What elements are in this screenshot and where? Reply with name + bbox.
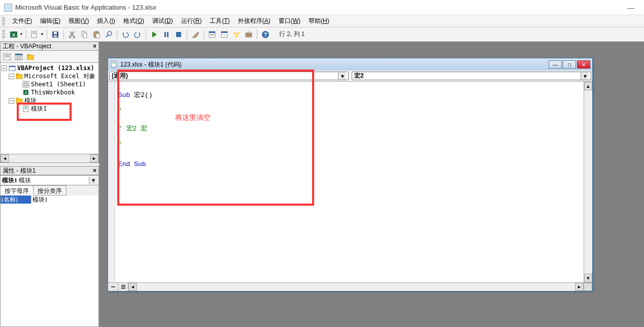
menu-file[interactable]: 文件(F) [8,16,36,26]
reset-button[interactable] [173,29,184,40]
tree-excel-objects[interactable]: − Microsoft Excel 对象 [2,72,97,80]
properties-object-combo[interactable]: 模块1 模块 ▾ [0,175,99,185]
scroll-track[interactable] [137,283,575,291]
dropdown-arrow-icon[interactable]: ▾ [338,72,346,80]
menu-addins[interactable]: 外接程序(A) [234,16,275,26]
maximize-button[interactable]: □ [563,60,576,69]
object-name: 模块1 [2,176,17,185]
menu-debug[interactable]: 调试(D) [148,16,177,26]
tree-modules-folder[interactable]: − 模块 [2,96,97,105]
code-vscrollbar[interactable]: ▲ ▼ [584,82,592,282]
view-object-button[interactable] [13,52,24,62]
property-value[interactable]: 模块1 [31,195,98,204]
code-window-titlebar[interactable]: 123.xlsx - 模块1 (代码) — □ ✕ [108,58,592,71]
tab-alphabetic[interactable]: 按字母序 [1,185,33,195]
close-icon[interactable]: × [93,43,96,50]
menu-format[interactable]: 格式(O) [119,16,148,26]
svg-rect-40 [17,56,21,59]
view-code-button[interactable] [2,52,13,62]
scroll-left-icon[interactable]: ◄ [1,154,9,162]
menu-edit[interactable]: 编辑(E) [36,16,64,26]
paste-button[interactable] [91,29,102,40]
scroll-up-icon[interactable]: ▲ [584,82,592,90]
run-button[interactable] [149,29,160,40]
insert-module-button[interactable] [29,29,40,40]
property-row-name[interactable]: (名称) 模块1 [1,195,98,204]
close-button[interactable]: ✕ [577,60,590,69]
tree-project-root[interactable]: − VBAProject (123.xlsx) [2,64,97,72]
save-button[interactable] [50,29,61,40]
tab-categorized[interactable]: 按分类序 [33,185,66,195]
toolbar-grip[interactable] [2,30,5,39]
help-button[interactable]: ? [260,29,271,40]
tree-label: 模块 [24,96,37,105]
svg-rect-37 [5,57,10,57]
copy-button[interactable] [79,29,90,40]
toolbox-button[interactable] [243,29,254,40]
properties-window-button[interactable] [219,29,230,40]
collapse-icon[interactable]: − [2,66,7,71]
code-margin[interactable] [108,82,115,282]
tree-label: Microsoft Excel 对象 [24,72,95,81]
break-button[interactable] [161,29,172,40]
scroll-track[interactable] [584,90,592,274]
redo-button[interactable] [132,29,143,40]
tree-label: VBAProject (123.xlsx) [17,64,94,72]
dropdown-arrow-icon[interactable]: ▾ [581,72,589,80]
svg-rect-25 [210,35,214,36]
scroll-right-icon[interactable]: ► [90,154,98,162]
collapse-icon[interactable]: − [9,74,14,79]
svg-rect-44 [9,66,15,67]
svg-rect-42 [27,54,30,56]
cut-button[interactable] [66,29,78,40]
find-button[interactable] [103,29,114,40]
menu-help[interactable]: 帮助(H) [304,16,333,26]
menu-window[interactable]: 窗口(W) [275,16,304,26]
properties-grid[interactable]: (名称) 模块1 [0,195,99,327]
scroll-left-icon[interactable]: ◄ [128,283,137,291]
close-icon[interactable]: × [93,167,96,174]
dropdown-arrow-icon[interactable]: ▾ [89,177,97,184]
minimize-button[interactable]: — [622,4,640,12]
procedure-view-button[interactable] [108,283,118,291]
svg-rect-13 [83,33,87,38]
tree-sheet1[interactable]: Sheet1 (Sheet1) [2,80,97,88]
project-tree[interactable]: − VBAProject (123.xlsx) − Microsoft Exce… [0,63,99,154]
svg-text:X: X [12,32,15,38]
object-dropdown[interactable]: (通用) ▾ [109,72,349,80]
scroll-right-icon[interactable]: ► [575,283,584,291]
dropdown-arrow-icon[interactable]: ▼ [40,32,44,37]
svg-rect-19 [164,32,166,37]
toolbar-grip[interactable] [2,17,5,25]
menu-view[interactable]: 视图(V) [64,16,93,26]
folder-icon [15,97,23,104]
toggle-folders-button[interactable] [25,52,36,62]
menu-tools[interactable]: 工具(T) [206,16,233,26]
svg-rect-30 [235,35,238,37]
menu-insert[interactable]: 插入(I) [93,16,119,26]
object-browser-button[interactable] [231,29,242,40]
app-icon [4,4,12,12]
undo-button[interactable] [120,29,131,40]
svg-rect-4 [31,31,37,38]
project-explorer-button[interactable] [207,29,218,40]
svg-rect-35 [5,55,10,55]
scroll-track[interactable] [9,154,90,162]
procedure-dropdown[interactable]: 宏2 ▾ [352,72,591,80]
full-module-view-button[interactable] [118,283,128,291]
tree-label: Sheet1 (Sheet1) [31,81,86,88]
svg-rect-23 [209,31,215,33]
menu-run[interactable]: 运行(R) [177,16,206,26]
tree-thisworkbook[interactable]: X ThisWorkbook [2,88,97,96]
design-mode-button[interactable] [190,29,201,40]
tree-module1[interactable]: 模块1 [2,105,97,113]
view-excel-button[interactable]: X [8,29,19,40]
collapse-icon[interactable]: − [9,98,14,104]
scroll-down-icon[interactable]: ▼ [584,274,592,282]
svg-rect-63 [111,286,115,287]
minimize-button[interactable]: — [549,60,562,69]
code-editor[interactable]: Sub 宏2() ' ' 宏2 宏 ' End Sub [115,82,584,282]
code-window: 123.xlsx - 模块1 (代码) — □ ✕ (通用) ▾ 宏2 ▾ [108,58,593,291]
project-hscrollbar[interactable]: ◄ ► [0,154,99,163]
dropdown-arrow-icon[interactable]: ▼ [19,32,23,37]
